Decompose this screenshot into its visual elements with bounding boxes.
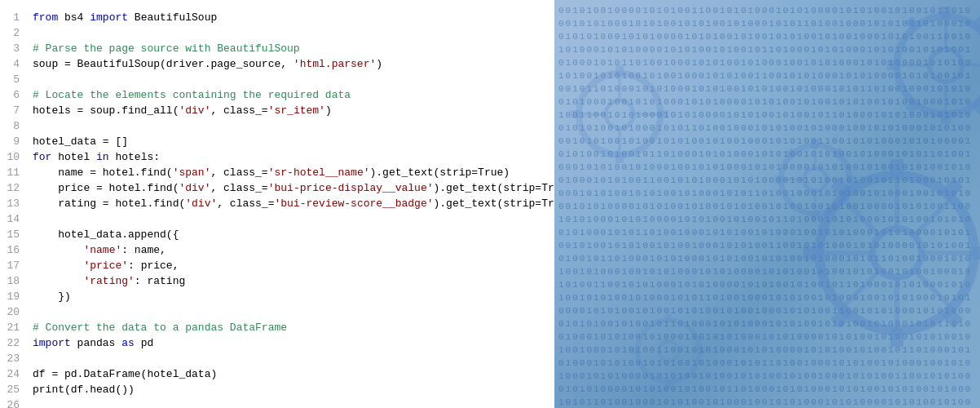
code-line: 2 [0, 25, 554, 41]
code-content: name = hotel.find('span', class_='sr-hot… [33, 165, 538, 180]
line-number: 17 [0, 258, 33, 273]
line-number: 11 [0, 165, 33, 180]
code-content: # Parse the page source with BeautifulSo… [33, 41, 538, 56]
code-content: import pandas as pd [33, 335, 538, 351]
code-line: 8 [0, 118, 554, 134]
code-line: 18 'rating': rating [0, 273, 554, 289]
line-number: 9 [0, 134, 33, 149]
code-line: 11 name = hotel.find('span', class_='sr-… [0, 165, 554, 180]
code-line: 10for hotel in hotels: [0, 149, 554, 165]
line-number: 20 [0, 304, 33, 320]
code-line: 21# Convert the data to a pandas DataFra… [0, 320, 554, 335]
code-panel: 1from bs4 import BeautifulSoup23# Parse … [0, 0, 554, 408]
code-line: 1from bs4 import BeautifulSoup [0, 10, 554, 25]
code-line: 12 price = hotel.find('div', class_='bui… [0, 180, 554, 196]
tech-background-panel: 0010100100001010100110010101000101010000… [554, 0, 980, 408]
line-number: 10 [0, 149, 33, 165]
code-content: 'price': price, [33, 258, 538, 273]
line-number: 14 [0, 211, 33, 227]
code-content: hotels = soup.find_all('div', class_='sr… [33, 103, 538, 118]
code-content: from bs4 import BeautifulSoup [33, 10, 538, 25]
code-line: 9hotel_data = [] [0, 134, 554, 149]
code-content: 'rating': rating [33, 273, 538, 289]
code-line: 23 [0, 351, 554, 366]
code-line: 24df = pd.DataFrame(hotel_data) [0, 366, 554, 382]
code-line: 22import pandas as pd [0, 335, 554, 351]
code-line: 4soup = BeautifulSoup(driver.page_source… [0, 56, 554, 72]
code-line: 20 [0, 304, 554, 320]
code-content: # Locate the elements containing the req… [33, 87, 538, 103]
line-number: 13 [0, 196, 33, 211]
line-number: 12 [0, 180, 33, 196]
line-number: 1 [0, 10, 33, 25]
line-number: 18 [0, 273, 33, 289]
code-content: # Convert the data to a pandas DataFrame [33, 320, 538, 335]
line-number: 5 [0, 72, 33, 87]
code-content: }) [33, 289, 538, 304]
line-number: 6 [0, 87, 33, 103]
code-line: 19 }) [0, 289, 554, 304]
line-number: 23 [0, 351, 33, 366]
line-number: 2 [0, 25, 33, 41]
line-number: 22 [0, 335, 33, 351]
line-number: 7 [0, 103, 33, 118]
line-number: 19 [0, 289, 33, 304]
line-number: 4 [0, 56, 33, 72]
code-line: 26 [0, 397, 554, 408]
line-number: 21 [0, 320, 33, 335]
code-line: 16 'name': name, [0, 242, 554, 258]
code-line: 25print(df.head()) [0, 382, 554, 397]
line-number: 3 [0, 41, 33, 56]
code-line: 17 'price': price, [0, 258, 554, 273]
code-line: 5 [0, 72, 554, 87]
code-line: 6# Locate the elements containing the re… [0, 87, 554, 103]
code-content: soup = BeautifulSoup(driver.page_source,… [33, 56, 538, 72]
code-content: for hotel in hotels: [33, 149, 538, 165]
code-content: 'name': name, [33, 242, 538, 258]
vignette-overlay [554, 0, 980, 408]
code-content: price = hotel.find('div', class_='bui-pr… [33, 180, 554, 196]
line-number: 8 [0, 118, 33, 134]
line-number: 16 [0, 242, 33, 258]
code-content: hotel_data.append({ [33, 227, 538, 242]
code-content: hotel_data = [] [33, 134, 538, 149]
code-line: 13 rating = hotel.find('div', class_='bu… [0, 196, 554, 211]
code-line: 15 hotel_data.append({ [0, 227, 554, 242]
line-number: 24 [0, 366, 33, 382]
code-content: rating = hotel.find('div', class_='bui-r… [33, 196, 554, 211]
code-lines-container: 1from bs4 import BeautifulSoup23# Parse … [0, 10, 554, 408]
code-line: 7hotels = soup.find_all('div', class_='s… [0, 103, 554, 118]
line-number: 15 [0, 227, 33, 242]
code-content: df = pd.DataFrame(hotel_data) [33, 366, 538, 382]
code-line: 14 [0, 211, 554, 227]
line-number: 26 [0, 397, 33, 408]
line-number: 25 [0, 382, 33, 397]
code-line: 3# Parse the page source with BeautifulS… [0, 41, 554, 56]
code-content: print(df.head()) [33, 382, 538, 397]
